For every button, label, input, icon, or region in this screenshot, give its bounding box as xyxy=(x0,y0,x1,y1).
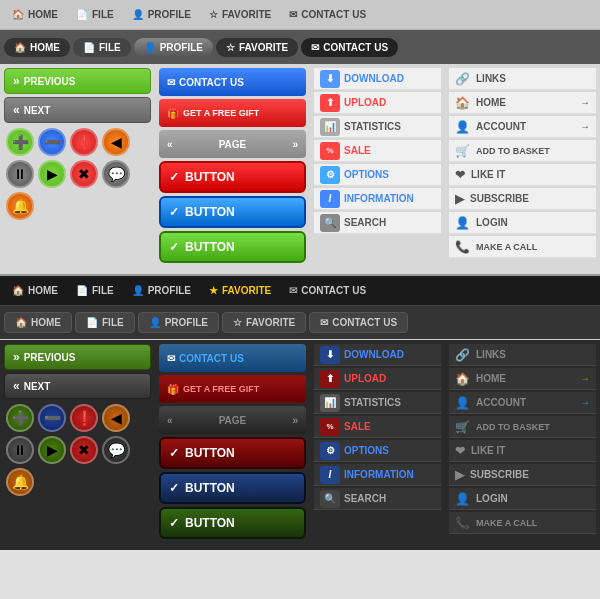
search-icon-top: 🔍 xyxy=(320,214,340,232)
chat-icon-top[interactable]: 💬 xyxy=(102,160,130,188)
pill-contact-1[interactable]: ✉ CONTACT US xyxy=(301,38,398,57)
contact-us-btn-top[interactable]: ✉ CONTACT US xyxy=(159,68,306,96)
check-icon-green-dark: ✓ xyxy=(169,516,179,530)
like-item-dark[interactable]: ❤ LIKE IT xyxy=(449,440,596,462)
menu-sale-top[interactable]: % SALE xyxy=(314,140,441,162)
rss-icon-top[interactable]: 🔔 xyxy=(6,192,34,220)
page-btn-dark[interactable]: « PAGE » xyxy=(159,406,306,434)
alert-icon-dark[interactable]: ❗ xyxy=(70,404,98,432)
pause-icon-dark[interactable]: ⏸ xyxy=(6,436,34,464)
prev-btn-dark[interactable]: » PREVIOUS xyxy=(4,344,151,370)
next-btn-dark[interactable]: « NEXT xyxy=(4,373,151,399)
account-icon-dark: 👤 xyxy=(455,396,470,410)
menu-info-dark[interactable]: i INFORMATION xyxy=(314,464,441,486)
menu-stats-top[interactable]: 📊 STATISTICS xyxy=(314,116,441,138)
gift-btn-top[interactable]: 🎁 GET A FREE GIFT xyxy=(159,99,306,127)
menu-download-dark[interactable]: ⬇ DOWNLOAD xyxy=(314,344,441,366)
nav-profile-dark-1[interactable]: 👤 PROFILE xyxy=(124,276,199,305)
nav-fav-dark-1[interactable]: ★ FAVORITE xyxy=(201,276,279,305)
menu-options-top[interactable]: ⚙ OPTIONS xyxy=(314,164,441,186)
menu-stats-dark[interactable]: 📊 STATISTICS xyxy=(314,392,441,414)
call-item-dark[interactable]: 📞 MAKE A CALL xyxy=(449,512,596,534)
prev-icon-dark[interactable]: ◀ xyxy=(102,404,130,432)
call-item-top[interactable]: 📞 MAKE A CALL xyxy=(449,236,596,258)
button-green-dark[interactable]: ✓ BUTTON xyxy=(159,507,306,539)
upload-icon-dark: ⬆ xyxy=(320,370,340,388)
login-icon-dark: 👤 xyxy=(455,492,470,506)
menu-sale-dark[interactable]: % SALE xyxy=(314,416,441,438)
add-icon-dark[interactable]: ➕ xyxy=(6,404,34,432)
speech-contact[interactable]: ✉ CONTACT US xyxy=(309,312,408,333)
login-item-top[interactable]: 👤 LOGIN xyxy=(449,212,596,234)
login-item-dark[interactable]: 👤 LOGIN xyxy=(449,488,596,510)
mid-col-dark: ✉ CONTACT US 🎁 GET A FREE GIFT « PAGE » … xyxy=(155,340,310,550)
prev-icon-top[interactable]: ◀ xyxy=(102,128,130,156)
links-item-dark[interactable]: 🔗 LINKS xyxy=(449,344,596,366)
nav-home-1[interactable]: 🏠 HOME xyxy=(4,0,66,29)
home-item-top[interactable]: 🏠 HOME → xyxy=(449,92,596,114)
minus-icon-dark[interactable]: ➖ xyxy=(38,404,66,432)
nav-contact-1[interactable]: ✉ CONTACT US xyxy=(281,0,374,29)
chat-icon-dark[interactable]: 💬 xyxy=(102,436,130,464)
links-item-top[interactable]: 🔗 LINKS xyxy=(449,68,596,90)
play-icon-top[interactable]: ▶ xyxy=(38,160,66,188)
contact-us-btn-dark[interactable]: ✉ CONTACT US xyxy=(159,344,306,372)
home-icon-side-dark: 🏠 xyxy=(455,372,470,386)
like-item-top[interactable]: ❤ LIKE IT xyxy=(449,164,596,186)
speech-profile[interactable]: 👤 PROFILE xyxy=(138,312,219,333)
play-icon-dark[interactable]: ▶ xyxy=(38,436,66,464)
nav-contact-dark-1[interactable]: ✉ CONTACT US xyxy=(281,276,374,305)
gift-btn-dark[interactable]: 🎁 GET A FREE GIFT xyxy=(159,375,306,403)
nav-home-dark-1[interactable]: 🏠 HOME xyxy=(4,276,66,305)
button-red-dark[interactable]: ✓ BUTTON xyxy=(159,437,306,469)
info-icon-dark: i xyxy=(320,466,340,484)
menu-download-top[interactable]: ⬇ DOWNLOAD xyxy=(314,68,441,90)
basket-item-top[interactable]: 🛒 ADD TO BASKET xyxy=(449,140,596,162)
options-icon-dark: ⚙ xyxy=(320,442,340,460)
add-icon-top[interactable]: ➕ xyxy=(6,128,34,156)
pause-icon-top[interactable]: ⏸ xyxy=(6,160,34,188)
pill-home-1[interactable]: 🏠 HOME xyxy=(4,38,70,57)
alert-icon-top[interactable]: ❗ xyxy=(70,128,98,156)
chevron-left-dark: « xyxy=(13,379,20,393)
next-btn-top[interactable]: « NEXT xyxy=(4,97,151,123)
pill-fav-1[interactable]: ☆ FAVORITE xyxy=(216,38,298,57)
account-item-dark[interactable]: 👤 ACCOUNT → xyxy=(449,392,596,414)
nav-file-1[interactable]: 📄 FILE xyxy=(68,0,122,29)
basket-item-dark[interactable]: 🛒 ADD TO BASKET xyxy=(449,416,596,438)
arrow-right-page-dark: » xyxy=(292,415,298,426)
speech-home[interactable]: 🏠 HOME xyxy=(4,312,72,333)
menu-search-dark[interactable]: 🔍 SEARCH xyxy=(314,488,441,510)
menu-info-top[interactable]: i INFORMATION xyxy=(314,188,441,210)
button-blue-top[interactable]: ✓ BUTTON xyxy=(159,196,306,228)
close-icon-top[interactable]: ✖ xyxy=(70,160,98,188)
button-blue-dark[interactable]: ✓ BUTTON xyxy=(159,472,306,504)
button-red-top[interactable]: ✓ BUTTON xyxy=(159,161,306,193)
minus-icon-top[interactable]: ➖ xyxy=(38,128,66,156)
rss-icon-dark[interactable]: 🔔 xyxy=(6,468,34,496)
nav-file-dark-1[interactable]: 📄 FILE xyxy=(68,276,122,305)
nav-fav-1[interactable]: ☆ FAVORITE xyxy=(201,0,279,29)
subscribe-item-dark[interactable]: ▶ SUBSCRIBE xyxy=(449,464,596,486)
account-icon-top: 👤 xyxy=(455,120,470,134)
nav-profile-1[interactable]: 👤 PROFILE xyxy=(124,0,199,29)
prev-btn-top[interactable]: » PREVIOUS xyxy=(4,68,151,94)
button-green-top[interactable]: ✓ BUTTON xyxy=(159,231,306,263)
home-item-dark[interactable]: 🏠 HOME → xyxy=(449,368,596,390)
mail-icon-pill-1: ✉ xyxy=(311,42,319,53)
pill-profile-1[interactable]: 👤 PROFILE xyxy=(134,38,213,57)
home-icon-side-top: 🏠 xyxy=(455,96,470,110)
pill-file-1[interactable]: 📄 FILE xyxy=(73,38,131,57)
account-item-top[interactable]: 👤 ACCOUNT → xyxy=(449,116,596,138)
menu-upload-top[interactable]: ⬆ UPLOAD xyxy=(314,92,441,114)
speech-file[interactable]: 📄 FILE xyxy=(75,312,135,333)
subscribe-item-top[interactable]: ▶ SUBSCRIBE xyxy=(449,188,596,210)
download-icon-dark: ⬇ xyxy=(320,346,340,364)
page-btn-top[interactable]: « PAGE » xyxy=(159,130,306,158)
speech-fav[interactable]: ☆ FAVORITE xyxy=(222,312,306,333)
menu-options-dark[interactable]: ⚙ OPTIONS xyxy=(314,440,441,462)
profile-icon-dark-1: 👤 xyxy=(132,285,144,296)
menu-search-top[interactable]: 🔍 SEARCH xyxy=(314,212,441,234)
close-icon-dark[interactable]: ✖ xyxy=(70,436,98,464)
menu-upload-dark[interactable]: ⬆ UPLOAD xyxy=(314,368,441,390)
